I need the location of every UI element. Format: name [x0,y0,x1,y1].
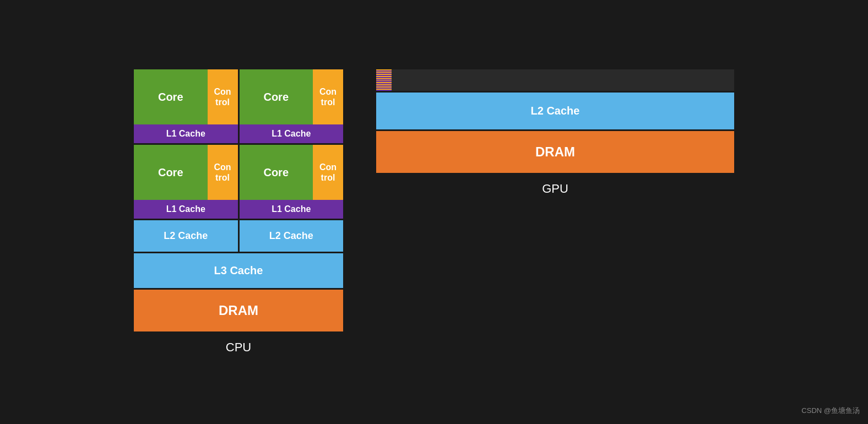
gpu-dram: DRAM [376,131,734,173]
cpu-core-2-label: Core [240,69,313,124]
gpu-cores-grid [392,69,734,91]
watermark: CSDN @鱼塘鱼汤 [801,406,860,416]
cpu-cores-bottom-row: Core Control L1 Cache Core Control L1 Ca… [134,145,343,219]
cpu-diagram: Core Control L1 Cache Core Control L1 Ca… [134,69,343,331]
cpu-control-1-label: Control [208,69,238,124]
stripe-segment-19 [376,90,392,91]
cpu-core-block-4: Core Control L1 Cache [240,145,344,219]
cpu-label: CPU [226,340,251,355]
gpu-diagram: L2 Cache DRAM [376,69,734,173]
cpu-core-4-label: Core [240,145,313,200]
cpu-l1-cache-1: L1 Cache [134,124,238,143]
cpu-control-4-label: Control [313,145,343,200]
gpu-l2-cache: L2 Cache [376,93,734,129]
cpu-section: Core Control L1 Cache Core Control L1 Ca… [134,69,343,355]
cpu-l1-cache-3: L1 Cache [134,200,238,219]
cpu-l2-cache-row: L2 Cache L2 Cache [134,220,343,252]
gpu-main-area [376,69,734,91]
cpu-core-3-label: Core [134,145,208,200]
gpu-section: L2 Cache DRAM GPU [376,69,734,196]
cpu-control-3-label: Control [208,145,238,200]
cpu-l2-cache-2: L2 Cache [240,220,344,252]
cpu-core-block-3: Core Control L1 Cache [134,145,238,219]
cpu-l3-cache: L3 Cache [134,253,343,288]
gpu-label: GPU [542,182,568,196]
cpu-core-1-label: Core [134,69,208,124]
cpu-l2-cache-1: L2 Cache [134,220,238,252]
cpu-cores-top-row: Core Control L1 Cache Core Control L1 Ca… [134,69,343,143]
diagram-container: Core Control L1 Cache Core Control L1 Ca… [123,58,745,366]
gpu-left-stripe [376,69,392,91]
cpu-control-2-label: Control [313,69,343,124]
cpu-core-block-2: Core Control L1 Cache [240,69,344,143]
cpu-l1-cache-2: L1 Cache [240,124,344,143]
cpu-core-block-1: Core Control L1 Cache [134,69,238,143]
cpu-dram: DRAM [134,290,343,331]
cpu-l1-cache-4: L1 Cache [240,200,344,219]
